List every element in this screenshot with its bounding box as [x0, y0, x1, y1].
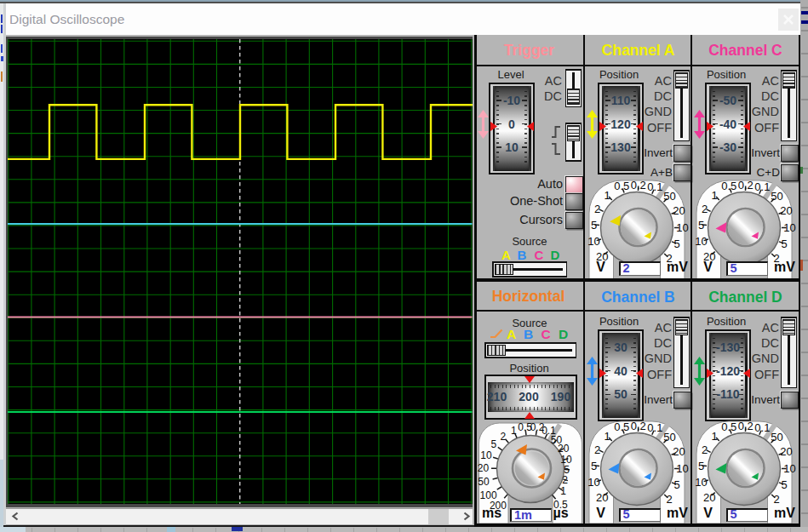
svg-text:0.1: 0.1 — [754, 180, 770, 193]
svg-text:10: 10 — [480, 449, 492, 461]
svg-text:5: 5 — [781, 237, 787, 249]
svg-text:0.2: 0.2 — [737, 178, 753, 191]
svg-text:2: 2 — [773, 493, 779, 506]
svg-text:2: 2 — [500, 431, 506, 443]
svg-text:2: 2 — [666, 493, 672, 506]
svg-text:1: 1 — [560, 485, 566, 497]
svg-text:20: 20 — [477, 462, 489, 474]
svg-text:0.1: 0.1 — [754, 421, 770, 434]
svg-text:1: 1 — [711, 430, 717, 443]
svg-text:50: 50 — [663, 431, 675, 443]
svg-text:5: 5 — [591, 460, 597, 472]
svg-text:20: 20 — [595, 491, 607, 504]
svg-text:5: 5 — [781, 478, 787, 491]
svg-text:10: 10 — [587, 235, 599, 248]
svg-text:5: 5 — [591, 218, 597, 231]
svg-text:5: 5 — [698, 460, 704, 472]
svg-text:10: 10 — [587, 476, 599, 489]
svg-text:20: 20 — [780, 204, 792, 217]
svg-text:0.2: 0.2 — [630, 420, 645, 432]
svg-text:5: 5 — [673, 478, 679, 491]
svg-text:20: 20 — [702, 491, 714, 504]
svg-text:5: 5 — [490, 438, 496, 450]
svg-text:50: 50 — [771, 189, 782, 202]
svg-text:5: 5 — [698, 218, 704, 231]
svg-text:10: 10 — [783, 221, 795, 234]
svg-text:0.5: 0.5 — [614, 420, 629, 433]
svg-text:0.5: 0.5 — [614, 180, 629, 192]
svg-text:10: 10 — [783, 462, 795, 475]
svg-text:2: 2 — [701, 202, 707, 215]
svg-text:10: 10 — [695, 476, 707, 489]
svg-text:1: 1 — [511, 425, 517, 437]
svg-text:0.2: 0.2 — [737, 420, 753, 432]
svg-text:1: 1 — [711, 188, 717, 201]
svg-text:2: 2 — [562, 474, 568, 486]
svg-text:20: 20 — [673, 204, 685, 217]
svg-text:0.5: 0.5 — [721, 180, 736, 192]
svg-text:5: 5 — [673, 237, 679, 249]
svg-text:2: 2 — [593, 443, 599, 456]
svg-text:20: 20 — [673, 445, 685, 458]
svg-text:20: 20 — [780, 445, 792, 458]
svg-text:50: 50 — [663, 189, 675, 202]
svg-text:1: 1 — [604, 188, 610, 201]
svg-text:0.5: 0.5 — [721, 420, 736, 433]
svg-text:1: 1 — [604, 430, 610, 443]
svg-text:0.1: 0.1 — [647, 421, 662, 434]
svg-text:0.2: 0.2 — [630, 178, 645, 191]
svg-text:2: 2 — [701, 443, 707, 456]
svg-text:50: 50 — [478, 476, 490, 488]
svg-text:10: 10 — [695, 235, 707, 248]
svg-text:2: 2 — [593, 202, 599, 215]
svg-text:50: 50 — [771, 431, 782, 443]
svg-text:0.1: 0.1 — [647, 180, 662, 193]
svg-text:100: 100 — [479, 489, 496, 501]
